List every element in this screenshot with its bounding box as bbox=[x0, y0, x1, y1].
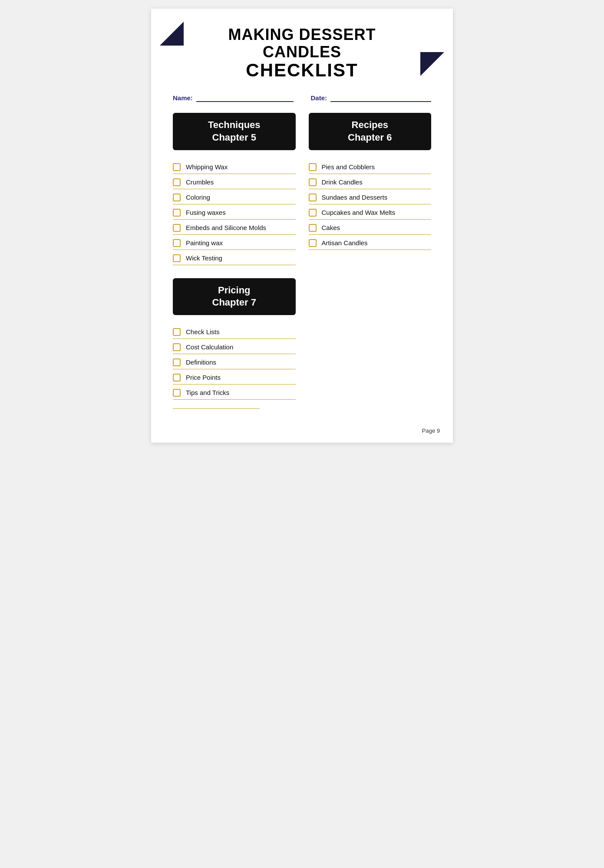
item-label: Crumbles bbox=[186, 178, 214, 186]
list-item: Price Points bbox=[173, 369, 296, 385]
triangle-right-icon bbox=[420, 52, 444, 76]
page-header: MAKING DESSERT CANDLES CHECKLIST bbox=[173, 26, 431, 80]
item-label: Coloring bbox=[186, 194, 210, 201]
checkbox[interactable] bbox=[173, 209, 181, 217]
name-date-row: Name: Date: bbox=[173, 93, 431, 102]
bottom-decorative-line bbox=[173, 408, 260, 409]
recipes-title-line2: Chapter 6 bbox=[313, 132, 427, 144]
list-item: Drink Candles bbox=[309, 174, 432, 189]
date-field-group: Date: bbox=[311, 93, 432, 102]
list-item: Embeds and Silicone Molds bbox=[173, 220, 296, 235]
checkbox[interactable] bbox=[309, 209, 317, 217]
techniques-column: Techniques Chapter 5 Whipping Wax Crumbl… bbox=[173, 113, 296, 265]
recipes-column: Recipes Chapter 6 Pies and Cobblers Drin… bbox=[309, 113, 432, 265]
list-item: Check Lists bbox=[173, 324, 296, 339]
list-item: Coloring bbox=[173, 189, 296, 204]
checkbox[interactable] bbox=[173, 328, 181, 336]
triangle-left-icon bbox=[160, 22, 184, 46]
item-label: Cakes bbox=[322, 224, 340, 231]
checkbox[interactable] bbox=[173, 389, 181, 397]
checkbox[interactable] bbox=[173, 178, 181, 186]
item-label: Embeds and Silicone Molds bbox=[186, 224, 266, 231]
pricing-title-line1: Pricing bbox=[177, 284, 291, 297]
date-label: Date: bbox=[311, 94, 327, 102]
list-item: Artisan Candles bbox=[309, 235, 432, 250]
list-item: Cost Calculation bbox=[173, 339, 296, 354]
recipes-list: Pies and Cobblers Drink Candles Sundaes … bbox=[309, 159, 432, 250]
techniques-title: Techniques Chapter 5 bbox=[177, 119, 291, 144]
checkbox[interactable] bbox=[309, 239, 317, 247]
list-item: Whipping Wax bbox=[173, 159, 296, 174]
item-label: Tips and Tricks bbox=[186, 389, 229, 396]
item-label: Painting wax bbox=[186, 239, 223, 247]
list-item: Wick Testing bbox=[173, 250, 296, 265]
recipes-title-line1: Recipes bbox=[313, 119, 427, 132]
pricing-chapter-box: Pricing Chapter 7 bbox=[173, 278, 296, 315]
list-item: Pies and Cobblers bbox=[309, 159, 432, 174]
item-label: Price Points bbox=[186, 374, 221, 381]
name-input-line[interactable] bbox=[196, 93, 294, 102]
name-label: Name: bbox=[173, 94, 193, 102]
item-label: Pies and Cobblers bbox=[322, 163, 375, 171]
pricing-section: Pricing Chapter 7 Check Lists Cost Calcu… bbox=[173, 278, 431, 409]
item-label: Whipping Wax bbox=[186, 163, 228, 171]
pricing-title: Pricing Chapter 7 bbox=[177, 284, 291, 309]
item-label: Cost Calculation bbox=[186, 343, 233, 351]
header-title: MAKING DESSERT CANDLES CHECKLIST bbox=[173, 26, 431, 80]
item-label: Cupcakes and Wax Melts bbox=[322, 209, 396, 216]
header-line3: CHECKLIST bbox=[173, 60, 431, 80]
checkbox[interactable] bbox=[173, 254, 181, 262]
checkbox[interactable] bbox=[173, 239, 181, 247]
main-columns: Techniques Chapter 5 Whipping Wax Crumbl… bbox=[173, 113, 431, 265]
page: MAKING DESSERT CANDLES CHECKLIST Name: D… bbox=[151, 9, 453, 443]
item-label: Check Lists bbox=[186, 328, 220, 335]
item-label: Fusing waxes bbox=[186, 209, 226, 216]
list-item: Tips and Tricks bbox=[173, 385, 296, 400]
checkbox[interactable] bbox=[309, 178, 317, 186]
techniques-title-line1: Techniques bbox=[177, 119, 291, 132]
item-label: Drink Candles bbox=[322, 178, 363, 186]
list-item: Definitions bbox=[173, 354, 296, 369]
checkbox[interactable] bbox=[173, 374, 181, 381]
list-item: Sundaes and Desserts bbox=[309, 189, 432, 204]
item-label: Sundaes and Desserts bbox=[322, 194, 388, 201]
date-input-line[interactable] bbox=[330, 93, 431, 102]
page-number: Page 9 bbox=[422, 427, 440, 434]
techniques-chapter-box: Techniques Chapter 5 bbox=[173, 113, 296, 150]
checkbox[interactable] bbox=[309, 163, 317, 171]
checkbox[interactable] bbox=[173, 343, 181, 351]
checkbox[interactable] bbox=[309, 224, 317, 232]
item-label: Artisan Candles bbox=[322, 239, 368, 247]
recipes-title: Recipes Chapter 6 bbox=[313, 119, 427, 144]
pricing-list: Check Lists Cost Calculation Definitions… bbox=[173, 324, 296, 400]
checkbox[interactable] bbox=[173, 194, 181, 201]
name-field-group: Name: bbox=[173, 93, 294, 102]
techniques-list: Whipping Wax Crumbles Coloring Fusing wa… bbox=[173, 159, 296, 265]
header-line2: CANDLES bbox=[173, 43, 431, 61]
recipes-chapter-box: Recipes Chapter 6 bbox=[309, 113, 432, 150]
checkbox[interactable] bbox=[173, 163, 181, 171]
techniques-title-line2: Chapter 5 bbox=[177, 132, 291, 144]
list-item: Crumbles bbox=[173, 174, 296, 189]
list-item: Painting wax bbox=[173, 235, 296, 250]
header-line1: MAKING DESSERT bbox=[173, 26, 431, 43]
item-label: Definitions bbox=[186, 358, 216, 366]
checkbox[interactable] bbox=[309, 194, 317, 201]
item-label: Wick Testing bbox=[186, 254, 222, 262]
list-item: Cakes bbox=[309, 220, 432, 235]
pricing-title-line2: Chapter 7 bbox=[177, 296, 291, 309]
checkbox[interactable] bbox=[173, 224, 181, 232]
list-item: Fusing waxes bbox=[173, 204, 296, 220]
list-item: Cupcakes and Wax Melts bbox=[309, 204, 432, 220]
checkbox[interactable] bbox=[173, 358, 181, 366]
